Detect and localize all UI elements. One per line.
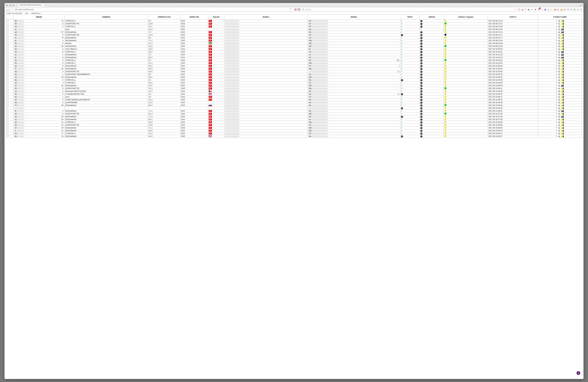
row-checkbox[interactable] — [7, 104, 9, 106]
row-checkbox[interactable] — [7, 107, 9, 109]
row-checkbox[interactable] — [7, 116, 9, 117]
edit-icon[interactable] — [556, 110, 557, 112]
browser-tab[interactable]: http://t1lk1.gdn/ozel/kliets.php × — [18, 3, 44, 7]
bank-icon[interactable] — [558, 82, 560, 84]
bank-icon[interactable] — [558, 28, 560, 31]
url-bar[interactable]: i t1lk1.gdn/ozel/kliets.php ⟳ — [11, 8, 294, 11]
row-checkbox[interactable] — [7, 102, 9, 103]
bank-icon[interactable] — [558, 93, 560, 95]
folder-icon[interactable] — [561, 23, 564, 25]
row-checkbox[interactable] — [7, 90, 9, 92]
edit-icon[interactable] — [556, 59, 557, 61]
row-checkbox[interactable] — [7, 124, 9, 126]
bank-icon[interactable] — [558, 85, 560, 87]
row-checkbox[interactable] — [7, 51, 9, 53]
edit-icon[interactable] — [556, 96, 557, 98]
folder-icon[interactable] — [561, 28, 564, 30]
folder-icon[interactable] — [561, 119, 564, 121]
table-row[interactable]: 35xxxxxxxxxxx17(TURKCELL)4.1.2#015xxxxxx… — [6, 132, 582, 135]
folder-icon[interactable] — [561, 107, 564, 109]
edit-icon[interactable] — [556, 118, 557, 121]
folder-icon[interactable] — [561, 45, 564, 47]
table-row[interactable]: 35xxxxxxxxxxx2(TURKCELL)2.3.7#015xxxxxxx… — [6, 25, 582, 28]
traffic-close-icon[interactable] — [6, 4, 8, 6]
table-row[interactable]: 35xxxxxxxxxxx1(VODAFONE TR)053898643765.… — [6, 73, 582, 76]
table-row[interactable]: 35xxxxxxxxxxx6(TURKCELL)5.1.1#015xxxxxxx… — [6, 62, 582, 64]
bell-icon[interactable]: 🔔 — [560, 8, 563, 11]
edit-icon[interactable] — [556, 34, 557, 36]
folder-icon[interactable] — [561, 82, 564, 84]
table-row[interactable]: 35xxxxxxxxxxx63(VODAFONE TR)2.3.6#015xxx… — [6, 124, 582, 127]
folder-icon[interactable] — [561, 59, 564, 61]
table-row[interactable]: 13xxxxxxxxxxx3(Movistar)+5697722139314.1… — [6, 90, 582, 93]
table-row[interactable]: anxxxxxxxxxxx9(NO)Indefined6.0.1#014xxxx… — [6, 64, 582, 67]
edit-icon[interactable] — [556, 48, 557, 50]
table-row[interactable]: 58xxxxxxxxxxx0()135476383564.2.2#015xxxx… — [6, 101, 582, 104]
ext5-icon[interactable]: ◎ — [547, 8, 550, 11]
ext2-icon[interactable]: ▾ — [531, 8, 533, 11]
bank-icon[interactable] — [558, 96, 560, 98]
bank-icon[interactable] — [558, 118, 560, 121]
edit-icon[interactable] — [556, 104, 557, 106]
edit-icon[interactable] — [556, 107, 557, 109]
folder-icon[interactable] — [561, 71, 564, 73]
table-row[interactable]: 35xxxxxxxxxxx9(VODAFONE TR)5.1.1#015xxxx… — [6, 87, 582, 90]
row-checkbox[interactable] — [7, 20, 9, 22]
traffic-min-icon[interactable] — [9, 4, 11, 6]
edit-icon[interactable] — [556, 45, 557, 47]
table-row[interactable]: 35xxxxxxxxxxx9(VODAFONE TR)4.4.4#015xxxx… — [6, 34, 582, 37]
row-checkbox[interactable] — [7, 59, 9, 61]
ext10-icon[interactable]: ⊟ — [567, 8, 569, 11]
col-tarih[interactable]: TARÄ°H — [488, 15, 538, 20]
edit-icon[interactable] — [556, 42, 557, 44]
folder-icon[interactable] — [561, 42, 564, 44]
folder-icon[interactable] — [561, 102, 564, 104]
row-checkbox[interactable] — [7, 76, 9, 78]
row-checkbox[interactable] — [7, 96, 9, 98]
row-checkbox[interactable] — [7, 68, 9, 69]
edit-icon[interactable] — [556, 135, 557, 137]
new-tab-button[interactable]: + — [45, 4, 48, 7]
bank-icon[interactable] — [558, 25, 560, 28]
edit-icon[interactable] — [556, 54, 557, 56]
table-row[interactable]: 7fxxxxxxxxxxxa5(NO)Indefined6.0.1#015xxx… — [6, 67, 582, 70]
bank-icon[interactable] — [558, 34, 560, 36]
info-icon[interactable]: i — [12, 8, 14, 11]
bank-icon[interactable] — [558, 51, 560, 53]
folder-icon[interactable] — [561, 57, 564, 59]
ext8-icon[interactable]: ▶ — [557, 8, 559, 11]
row-checkbox[interactable] — [7, 79, 9, 81]
table-row[interactable]: 35xxxxxxxxxxx3(VODAFONE TR)4.4.2#015xxxx… — [6, 70, 582, 73]
row-checkbox[interactable] — [7, 62, 9, 64]
edit-icon[interactable] — [556, 76, 557, 78]
bank-icon[interactable] — [558, 135, 560, 138]
col-banka[interactable]: BANKA — [224, 15, 308, 20]
edit-icon[interactable] — [556, 116, 557, 118]
row-checkbox[interactable] — [7, 31, 9, 33]
row-checkbox[interactable] — [7, 82, 9, 84]
ext9-icon[interactable]: ⊞ — [564, 8, 566, 11]
folder-icon[interactable] — [561, 113, 564, 115]
bank-icon[interactable] — [558, 68, 560, 70]
edit-icon[interactable] — [556, 65, 557, 67]
table-row[interactable]: 35xxxxxxxxxxx5(lifecell)5.1.1#014xxxxxxx… — [6, 42, 582, 45]
row-checkbox[interactable] — [7, 132, 9, 134]
edit-icon[interactable] — [556, 37, 557, 39]
table-row[interactable]: 35xxxxxxxxxxx0(VODAFONE TR)2.3.6#015xxxx… — [6, 22, 582, 25]
edit-icon[interactable] — [556, 31, 557, 33]
table-row[interactable]: 4xxxxxxxxxxxd1(NO)Indefined6.0.1#015xxxx… — [6, 129, 582, 132]
ext7-icon[interactable]: ◉ — [554, 8, 556, 11]
edit-icon[interactable] — [556, 51, 557, 53]
folder-icon[interactable] — [561, 37, 564, 39]
menu-sil[interactable]: SÄ°L — [25, 13, 29, 14]
table-row[interactable]: 26xxxxxxxxxxx53(NO)Indefined7.1.1#015xxx… — [6, 115, 582, 118]
ext12-icon[interactable]: ✖ — [573, 8, 576, 11]
table-row[interactable]: 77xxxxxxxxxxx69(NO)Indefined6.0.1#015xxx… — [6, 104, 582, 107]
folder-icon[interactable] — [561, 124, 564, 126]
table-row[interactable]: 8bxxxxxxxxxxx18(NO)Indefined6.0.1#015xxx… — [6, 135, 582, 138]
bank-icon[interactable] — [558, 23, 560, 25]
bank-icon[interactable] — [558, 116, 560, 118]
noscript-icon[interactable] — [297, 8, 300, 11]
globe-icon[interactable] — [294, 8, 297, 11]
edit-icon[interactable] — [556, 28, 557, 30]
